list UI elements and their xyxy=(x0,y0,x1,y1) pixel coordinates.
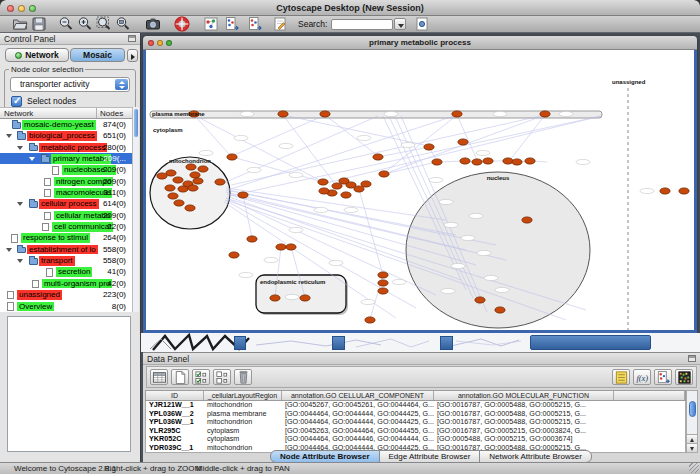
scroll-up-icon[interactable] xyxy=(687,434,697,443)
graph-node[interactable] xyxy=(432,159,442,165)
graph-node[interactable] xyxy=(227,154,237,160)
tree-item[interactable]: primary metabo209(... xyxy=(0,153,133,164)
column-header[interactable]: _cellularLayoutRegion xyxy=(204,391,282,400)
graph-node[interactable] xyxy=(660,188,670,194)
graph-node[interactable] xyxy=(168,193,178,199)
delete-attribute-icon[interactable] xyxy=(234,369,252,385)
minimize-icon[interactable] xyxy=(157,40,163,46)
expand-triangle-icon[interactable] xyxy=(17,259,23,263)
graph-node[interactable] xyxy=(525,158,535,164)
tree-column-network[interactable]: Network xyxy=(4,109,33,118)
vizmapper-icon[interactable] xyxy=(203,16,219,32)
select-all-attributes-icon[interactable] xyxy=(192,369,210,385)
resize-grip[interactable] xyxy=(689,463,699,473)
graph-node[interactable] xyxy=(165,185,175,191)
graph-node[interactable] xyxy=(522,217,532,223)
table-row[interactable]: YJR121W__1mitochondrion[GO:0045267, GO:0… xyxy=(146,401,685,410)
graph-node[interactable] xyxy=(679,188,689,194)
graph-node[interactable] xyxy=(247,236,257,242)
scroll-down-icon[interactable] xyxy=(687,443,697,452)
expand-triangle-icon[interactable] xyxy=(6,134,12,138)
graph-node[interactable] xyxy=(424,144,434,150)
graph-node[interactable] xyxy=(378,288,388,294)
close-icon[interactable] xyxy=(148,40,154,46)
tree-item[interactable]: response to stimul264(0) xyxy=(0,232,133,243)
expand-triangle-icon[interactable] xyxy=(29,157,35,161)
tree-item[interactable]: transport558(0) xyxy=(0,255,133,266)
function-builder-icon[interactable]: f(x) xyxy=(633,369,651,385)
zoom-out-icon[interactable] xyxy=(58,16,74,32)
graph-node[interactable] xyxy=(166,170,176,176)
window-titlebar[interactable]: Cytoscape Desktop (New Session) xyxy=(0,0,700,16)
graph-node[interactable] xyxy=(361,181,371,187)
graph-node[interactable] xyxy=(341,192,351,198)
save-session-icon[interactable] xyxy=(31,16,47,32)
expand-triangle-icon[interactable] xyxy=(17,146,23,150)
graph-node[interactable] xyxy=(378,272,388,278)
attribute-table-header[interactable]: ID_cellularLayoutRegionannotation.GO CEL… xyxy=(145,390,686,401)
graph-node[interactable] xyxy=(475,297,485,303)
tree-item[interactable]: cellular metabo209(0) xyxy=(0,210,133,221)
unselect-all-attributes-icon[interactable] xyxy=(213,369,231,385)
help-icon[interactable] xyxy=(174,16,190,32)
tree-item[interactable]: nucleobase-...209(0) xyxy=(0,164,133,175)
graph-node[interactable] xyxy=(276,244,286,250)
graph-node[interactable] xyxy=(238,192,248,198)
table-row[interactable]: YPL036W__2plasma membrane[GO:0044464, GO… xyxy=(146,410,685,419)
float-panel-icon[interactable] xyxy=(128,35,136,42)
graph-node[interactable] xyxy=(503,158,513,164)
graph-node[interactable] xyxy=(458,139,468,145)
table-row[interactable]: YLR295Ccytoplasm[GO:0045263, GO:0044464,… xyxy=(146,427,685,436)
graph-node[interactable] xyxy=(178,186,188,192)
window-fragment[interactable] xyxy=(332,336,345,350)
tree-item[interactable]: establishment of lo558(0) xyxy=(0,244,133,255)
column-header[interactable]: annotation.GO MOLECULAR_FUNCTION xyxy=(434,391,614,400)
table-scrollbar[interactable] xyxy=(686,390,698,453)
zoom-fit-icon[interactable] xyxy=(96,16,112,32)
tree-item[interactable]: biological_process651(0) xyxy=(0,130,133,141)
window-fragment[interactable] xyxy=(530,335,651,350)
graph-node[interactable] xyxy=(198,166,208,172)
graph-node[interactable] xyxy=(373,154,383,160)
create-attribute-icon[interactable] xyxy=(171,369,189,385)
window-fragment[interactable] xyxy=(440,336,453,350)
search-options-icon[interactable] xyxy=(414,16,430,32)
zoom-window-icon[interactable] xyxy=(166,40,172,46)
graph-node[interactable] xyxy=(270,295,280,301)
graph-node[interactable] xyxy=(378,280,388,286)
tree-item[interactable]: cellular process614(0) xyxy=(0,198,133,209)
graph-node[interactable] xyxy=(188,185,198,191)
graph-node[interactable] xyxy=(193,178,203,184)
import-network-icon[interactable] xyxy=(224,16,240,32)
graph-node[interactable] xyxy=(460,158,470,164)
tree-column-nodes[interactable]: Nodes xyxy=(100,109,123,118)
import-attributes-icon[interactable] xyxy=(247,16,263,32)
matrix-view-icon[interactable] xyxy=(675,369,693,385)
attribute-table[interactable]: YJR121W__1mitochondrion[GO:0045267, GO:0… xyxy=(145,401,686,453)
float-panel-icon[interactable] xyxy=(688,355,696,362)
graph-node[interactable] xyxy=(319,188,329,194)
tree-item[interactable]: Overview8(0) xyxy=(0,301,133,312)
graph-node[interactable] xyxy=(318,179,328,185)
tree-item[interactable]: cell communicat22(0) xyxy=(0,221,133,232)
tree-item[interactable]: nitrogen compo209(0) xyxy=(0,176,133,187)
tree-item[interactable]: macromolecule311(0) xyxy=(0,187,133,198)
graph-node[interactable] xyxy=(190,172,200,178)
annotations-icon[interactable] xyxy=(272,16,288,32)
graph-node[interactable] xyxy=(495,307,505,313)
graph-node[interactable] xyxy=(215,179,225,185)
zoom-selected-icon[interactable] xyxy=(115,16,131,32)
select-nodes-checkbox[interactable] xyxy=(11,96,22,107)
column-header[interactable]: ID xyxy=(146,391,204,400)
tree-item[interactable]: unassigned223(0) xyxy=(0,289,133,300)
select-attributes-icon[interactable] xyxy=(150,369,168,385)
nucleus-region[interactable] xyxy=(406,172,590,328)
column-header[interactable]: annotation.GO CELLULAR_COMPONENT xyxy=(282,391,434,400)
open-session-icon[interactable] xyxy=(12,16,28,32)
zoom-in-icon[interactable] xyxy=(77,16,93,32)
graph-node[interactable] xyxy=(452,111,462,117)
expand-triangle-icon[interactable] xyxy=(6,248,12,252)
tree-item[interactable]: mosaic-demo-yeast874(0) xyxy=(0,119,133,130)
table-row[interactable]: YKR052Ccytoplasm[GO:0044464, GO:0044446,… xyxy=(146,435,685,444)
graph-node[interactable] xyxy=(540,111,550,117)
